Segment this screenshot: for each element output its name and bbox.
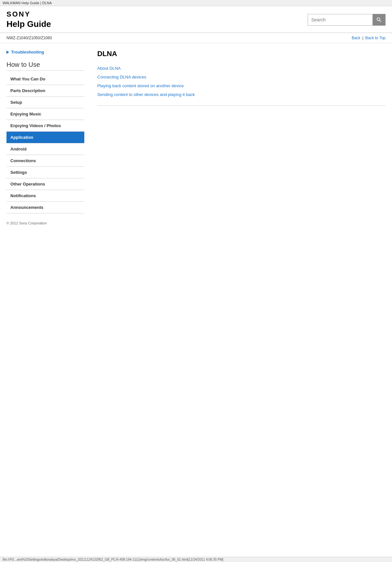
nav-separator: | xyxy=(362,36,363,40)
chevron-right-icon xyxy=(6,51,9,54)
sidebar: Troubleshooting How to Use What You Can … xyxy=(6,50,91,225)
sidebar-item-connections[interactable]: Connections xyxy=(6,155,84,167)
sidebar-item-enjoying-videos-photos[interactable]: Enjoying Videos / Photos xyxy=(6,120,84,132)
sidebar-item-settings[interactable]: Settings xyxy=(6,167,84,178)
browser-title-bar: WALKMAN Help Guide | DLNA xyxy=(0,0,392,6)
svg-point-0 xyxy=(377,18,380,20)
svg-line-1 xyxy=(380,20,381,22)
sidebar-item-notifications[interactable]: Notifications xyxy=(6,190,84,202)
model-number: NWZ-Z1040/Z1050/Z1060 xyxy=(6,36,52,40)
copyright: © 2012 Sony Corporation xyxy=(6,221,84,225)
about-dlna-link[interactable]: About DLNA xyxy=(97,66,121,71)
back-to-top-link[interactable]: Back to Top xyxy=(365,36,386,40)
sending-content-link[interactable]: Sending content to other devices and pla… xyxy=(97,92,195,97)
troubleshooting-link[interactable]: Troubleshooting xyxy=(6,50,84,54)
content-links: About DLNA Connecting DLNA devices Playi… xyxy=(97,64,386,99)
nav-links: Back | Back to Top xyxy=(352,36,386,40)
main-layout: Troubleshooting How to Use What You Can … xyxy=(0,43,392,232)
content-link-item: Sending content to other devices and pla… xyxy=(97,90,386,99)
sub-header: NWZ-Z1040/Z1050/Z1060 Back | Back to Top xyxy=(0,33,392,43)
content-link-item: About DLNA xyxy=(97,64,386,73)
search-area xyxy=(308,14,386,26)
back-link[interactable]: Back xyxy=(352,36,361,40)
page-title: DLNA xyxy=(97,50,386,58)
content-area: DLNA About DLNA Connecting DLNA devices … xyxy=(91,50,386,225)
connecting-dlna-devices-link[interactable]: Connecting DLNA devices xyxy=(97,75,146,79)
sidebar-item-application[interactable]: Application xyxy=(6,132,84,143)
sidebar-item-announcements[interactable]: Announcements xyxy=(6,202,84,213)
browser-title-text: WALKMAN Help Guide | DLNA xyxy=(3,1,52,5)
sidebar-item-enjoying-music[interactable]: Enjoying Music xyxy=(6,108,84,120)
sidebar-item-android[interactable]: Android xyxy=(6,143,84,155)
content-link-item: Playing back content stored on another d… xyxy=(97,81,386,90)
sidebar-item-parts-description[interactable]: Parts Description xyxy=(6,85,84,97)
troubleshooting-label: Troubleshooting xyxy=(11,50,44,54)
sony-logo: SONY xyxy=(6,10,51,18)
site-header: SONY Help Guide xyxy=(0,6,392,33)
search-input[interactable] xyxy=(308,14,373,26)
logo-area: SONY Help Guide xyxy=(6,10,51,29)
search-icon xyxy=(376,17,382,23)
sidebar-nav: What You Can Do Parts Description Setup … xyxy=(6,73,84,213)
playing-back-content-link[interactable]: Playing back content stored on another d… xyxy=(97,83,184,88)
search-button[interactable] xyxy=(373,14,386,26)
sidebar-item-what-you-can-do[interactable]: What You Can Do xyxy=(6,73,84,85)
content-divider xyxy=(97,105,386,106)
sidebar-item-other-operations[interactable]: Other Operations xyxy=(6,178,84,190)
sidebar-item-setup[interactable]: Setup xyxy=(6,97,84,108)
sidebar-section-title: How to Use xyxy=(6,61,84,71)
content-link-item: Connecting DLNA devices xyxy=(97,73,386,81)
help-guide-title: Help Guide xyxy=(6,19,51,29)
